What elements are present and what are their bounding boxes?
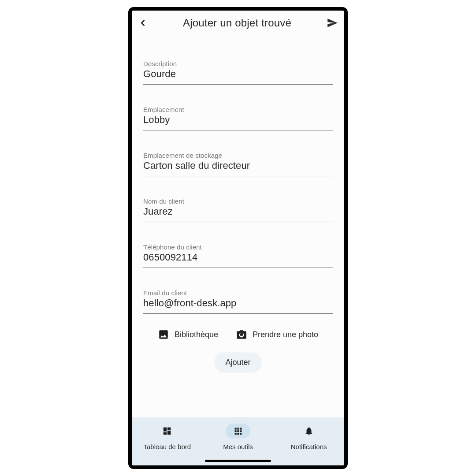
field-label: Email du client — [143, 289, 333, 297]
take-photo-label: Prendre une photo — [253, 330, 318, 339]
take-photo-button[interactable]: Prendre une photo — [236, 329, 318, 340]
add-button[interactable]: Ajouter — [215, 353, 261, 372]
dashboard-icon — [162, 426, 172, 436]
app-screen: Ajouter un objet trouvé Description Gour… — [128, 7, 348, 469]
apps-icon — [234, 427, 242, 435]
field-client-phone[interactable]: Téléphone du client 0650092114 — [143, 243, 333, 268]
library-button[interactable]: Bibliothèque — [158, 329, 218, 340]
svg-rect-12 — [240, 433, 242, 435]
field-label: Nom du client — [143, 197, 333, 205]
storage-input[interactable]: Carton salle du directeur — [143, 160, 333, 176]
tab-label: Notifications — [291, 443, 327, 450]
field-label: Description — [143, 60, 333, 67]
library-label: Bibliothèque — [175, 330, 218, 339]
header-bar: Ajouter un objet trouvé — [132, 11, 344, 33]
field-description[interactable]: Description Gourde — [143, 60, 333, 85]
client-name-input[interactable]: Juarez — [143, 206, 333, 222]
tab-label: Mes outils — [223, 443, 253, 450]
bottom-nav: Tableau de bord Mes outils Notifications — [132, 417, 344, 465]
field-label: Téléphone du client — [143, 243, 333, 251]
description-input[interactable]: Gourde — [143, 68, 333, 85]
tab-tools[interactable]: Mes outils — [203, 424, 273, 450]
field-label: Emplacement de stockage — [143, 152, 333, 159]
svg-rect-8 — [237, 430, 239, 432]
svg-rect-7 — [234, 430, 236, 432]
page-title: Ajouter un objet trouvé — [183, 17, 291, 29]
field-label: Emplacement — [143, 106, 333, 113]
home-indicator — [205, 460, 271, 462]
svg-rect-3 — [164, 432, 167, 435]
chevron-left-icon — [138, 18, 148, 28]
photo-actions: Bibliothèque Prendre une photo — [143, 329, 333, 340]
client-phone-input[interactable]: 0650092114 — [143, 252, 333, 268]
client-email-input[interactable]: hello@front-desk.app — [143, 298, 333, 314]
field-client-name[interactable]: Nom du client Juarez — [143, 197, 333, 222]
tab-notifications[interactable]: Notifications — [274, 424, 344, 450]
field-storage[interactable]: Emplacement de stockage Carton salle du … — [143, 152, 333, 176]
bell-icon — [304, 426, 314, 436]
submit-button[interactable] — [327, 17, 338, 29]
camera-icon — [236, 329, 247, 340]
tab-dashboard[interactable]: Tableau de bord — [132, 424, 202, 450]
field-client-email[interactable]: Email du client hello@front-desk.app — [143, 289, 333, 314]
send-icon — [327, 17, 338, 29]
svg-rect-6 — [240, 428, 242, 430]
location-input[interactable]: Lobby — [143, 114, 333, 130]
tab-label: Tableau de bord — [144, 443, 191, 450]
field-location[interactable]: Emplacement Lobby — [143, 106, 333, 130]
svg-rect-4 — [234, 428, 236, 430]
image-icon — [158, 329, 169, 340]
svg-rect-5 — [237, 428, 239, 430]
svg-rect-11 — [237, 433, 239, 435]
svg-rect-0 — [164, 428, 167, 431]
svg-rect-1 — [167, 428, 171, 430]
back-button[interactable] — [138, 18, 148, 28]
svg-rect-10 — [234, 433, 236, 435]
svg-rect-9 — [240, 430, 242, 432]
form: Description Gourde Emplacement Lobby Emp… — [132, 33, 344, 417]
svg-rect-2 — [167, 431, 171, 435]
